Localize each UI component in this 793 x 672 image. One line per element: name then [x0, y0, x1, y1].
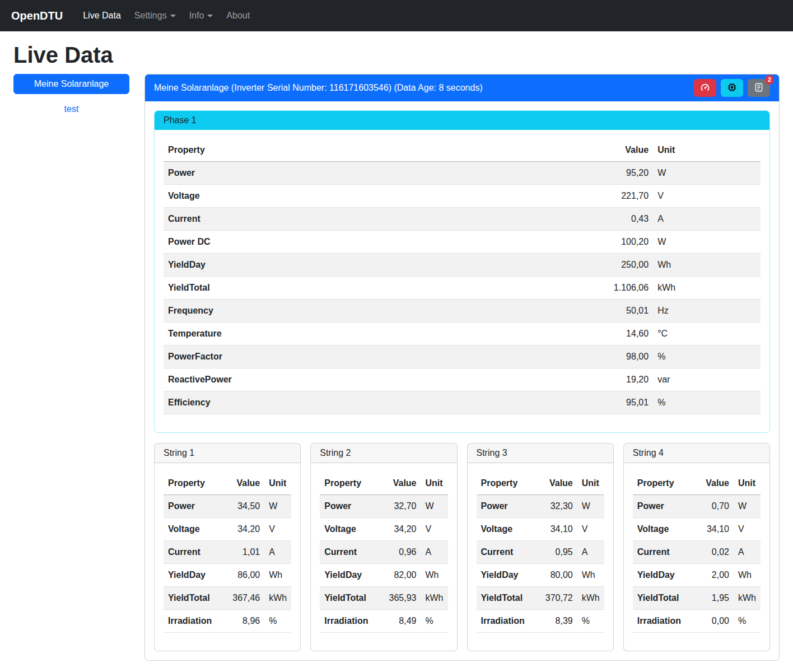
unit-cell: kWh — [577, 587, 604, 610]
value-cell: 98,00 — [581, 346, 653, 368]
property-cell: Power — [164, 162, 581, 185]
table-row: YieldTotal1.106,06kWh — [164, 277, 761, 300]
property-cell: Irradiation — [633, 610, 696, 633]
nav-item-about[interactable]: About — [222, 6, 254, 25]
table-row: Power32,70W — [320, 495, 447, 518]
table-header-row: Property Value Unit — [164, 472, 291, 495]
property-cell: ReactivePower — [164, 368, 581, 391]
table-row: ReactivePower19,20var — [164, 368, 761, 391]
table-header-row: Property Value Unit — [633, 472, 761, 495]
property-cell: Voltage — [164, 518, 226, 541]
value-cell: 34,10 — [696, 518, 734, 541]
property-cell: Power — [633, 495, 696, 518]
table-row: YieldTotal370,72kWh — [477, 587, 604, 610]
string-card-title: String 3 — [468, 444, 613, 463]
panel-buttons: 2 — [694, 79, 770, 97]
unit-cell: W — [653, 162, 761, 185]
column-unit: Unit — [734, 472, 761, 495]
table-row: YieldDay82,00Wh — [320, 564, 447, 587]
property-cell: Irradiation — [320, 610, 382, 633]
property-cell: YieldDay — [164, 254, 581, 277]
nav-item-live-data[interactable]: Live Data — [78, 6, 125, 25]
property-cell: YieldDay — [633, 564, 696, 587]
unit-cell: W — [264, 495, 291, 518]
unit-cell: W — [421, 495, 448, 518]
table-row: Current0,43A — [164, 208, 761, 231]
property-cell: Current — [477, 541, 539, 564]
event-log-button[interactable]: 2 — [748, 79, 770, 97]
nav-item-settings[interactable]: Settings — [130, 6, 180, 25]
unit-cell: % — [653, 346, 761, 368]
table-row: YieldDay80,00Wh — [477, 564, 604, 587]
panel-body: Phase 1 Property Value Unit Power95,20WV… — [145, 101, 779, 660]
phase-card-title: Phase 1 — [155, 111, 769, 130]
unit-cell: W — [577, 495, 604, 518]
string-card-2: String 2 Property Value Unit — [310, 443, 457, 651]
panel-header: Meine Solaranlage (Inverter Serial Numbe… — [145, 74, 779, 101]
unit-cell: kWh — [421, 587, 448, 610]
limit-settings-button[interactable] — [694, 79, 716, 97]
unit-cell: A — [421, 541, 448, 564]
content-layout: Meine Solaranlage test Meine Solaranlage… — [13, 74, 780, 661]
column-property: Property — [477, 472, 539, 495]
column-property: Property — [633, 472, 696, 495]
value-cell: 34,20 — [226, 518, 264, 541]
unit-cell: A — [653, 208, 761, 231]
table-row: Current0,96A — [320, 541, 447, 564]
property-cell: Power — [477, 495, 539, 518]
property-cell: Frequency — [164, 300, 581, 323]
property-cell: YieldTotal — [164, 277, 581, 300]
value-cell: 32,70 — [382, 495, 421, 518]
brand-opendtu[interactable]: OpenDTU — [7, 7, 67, 25]
phase-card-body: Property Value Unit Power95,20WVoltage22… — [155, 130, 769, 432]
unit-cell: W — [734, 495, 761, 518]
nav-item-info[interactable]: Info — [185, 6, 218, 25]
inverter-panel: Meine Solaranlage (Inverter Serial Numbe… — [144, 74, 780, 661]
value-cell: 0,70 — [696, 495, 734, 518]
phase-table: Property Value Unit Power95,20WVoltage22… — [164, 139, 761, 414]
unit-cell: % — [577, 610, 604, 633]
property-cell: YieldTotal — [633, 587, 696, 610]
table-row: PowerFactor98,00% — [164, 346, 761, 368]
table-row: Voltage34,10V — [477, 518, 604, 541]
inverter-link-test[interactable]: test — [13, 104, 129, 114]
property-cell: Voltage — [320, 518, 382, 541]
inverter-select-button[interactable]: Meine Solaranlage — [13, 74, 129, 94]
cpu-icon — [727, 82, 737, 94]
unit-cell: V — [264, 518, 291, 541]
page-title: Live Data — [13, 41, 780, 68]
value-cell: 34,50 — [226, 495, 264, 518]
value-cell: 221,70 — [581, 185, 653, 208]
property-cell: Current — [164, 208, 581, 231]
value-cell: 8,49 — [382, 610, 421, 633]
value-cell: 8,96 — [226, 610, 264, 633]
unit-cell: A — [734, 541, 761, 564]
property-cell: Voltage — [477, 518, 539, 541]
value-cell: 80,00 — [539, 564, 577, 587]
chevron-down-icon — [207, 15, 213, 17]
device-info-button[interactable] — [721, 79, 743, 97]
speedometer-icon — [700, 82, 710, 94]
unit-cell: Wh — [264, 564, 291, 587]
value-cell: 34,20 — [382, 518, 421, 541]
table-row: Irradiation8,96% — [164, 610, 291, 633]
unit-cell: V — [734, 518, 761, 541]
table-row: Current1,01A — [164, 541, 291, 564]
unit-cell: A — [264, 541, 291, 564]
nav-settings-label: Settings — [134, 11, 167, 21]
value-cell: 8,39 — [539, 610, 577, 633]
phase-card: Phase 1 Property Value Unit Power95,20WV… — [154, 110, 770, 433]
string-card-title: String 1 — [155, 444, 300, 463]
table-row: Power0,70W — [633, 495, 761, 518]
column-value: Value — [539, 472, 577, 495]
property-cell: YieldTotal — [477, 587, 539, 610]
navbar: OpenDTU Live Data Settings Info About — [0, 0, 793, 31]
string-card-3: String 3 Property Value Unit — [467, 443, 614, 651]
unit-cell: Wh — [577, 564, 604, 587]
value-cell: 365,93 — [382, 587, 421, 610]
column-unit: Unit — [264, 472, 291, 495]
nav-info-label: Info — [189, 11, 204, 21]
table-row: YieldDay2,00Wh — [633, 564, 761, 587]
value-cell: 0,96 — [382, 541, 421, 564]
unit-cell: Wh — [653, 254, 761, 277]
